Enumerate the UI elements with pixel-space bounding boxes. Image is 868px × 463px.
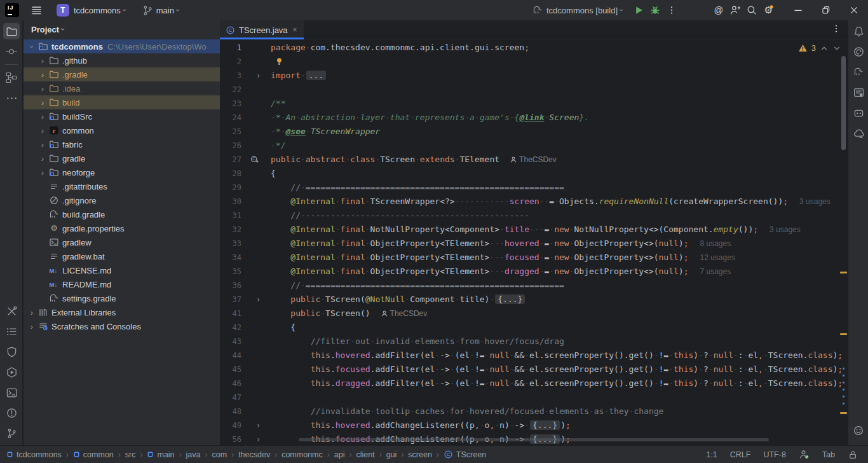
close-button[interactable] [840, 0, 868, 20]
folded-region[interactable]: {...} [530, 420, 560, 430]
breadcrumb-item-gui[interactable]: gui [386, 450, 397, 459]
tree-item-scratches-and-consoles[interactable]: ›Scratches and Consoles [24, 319, 220, 333]
tree-item-gradlew-bat[interactable]: gradlew.bat [24, 249, 220, 263]
breadcrumb-item-main[interactable]: main [147, 450, 174, 459]
fold-arrow-icon[interactable]: › [256, 293, 261, 307]
usages-hint[interactable]: 12 usages [700, 253, 735, 262]
breadcrumb-item-client[interactable]: client [356, 450, 374, 459]
changed-line-stripe-mark[interactable] [840, 412, 847, 414]
tree-item-tcdcommons[interactable]: ›tcdcommonsC:\Users\User\Desktop\Wo [24, 39, 220, 53]
code-view[interactable]: 1package·com.thecsdev.commonmc.api.clien… [220, 41, 848, 445]
search-everywhere-button[interactable] [743, 2, 760, 18]
usages-hint[interactable]: 7 usages [700, 267, 731, 276]
terminal-button[interactable] [0, 383, 23, 402]
intention-bulb-icon[interactable] [275, 57, 284, 66]
tree-item-license-md[interactable]: M↓LICENSE.md [24, 263, 220, 277]
project-folder-button[interactable] [0, 22, 23, 41]
folded-region[interactable]: ... [306, 71, 326, 80]
readonly-toggle-widget[interactable] [848, 450, 858, 460]
user-status-widget[interactable] [799, 449, 810, 460]
tree-chevron-icon[interactable]: › [38, 126, 47, 135]
folded-region[interactable]: {...} [495, 294, 525, 304]
tree-item--gradle[interactable]: ›.gradle [24, 67, 220, 81]
code-line-31[interactable]: 31 //·----------------------------------… [220, 209, 848, 223]
tree-chevron-icon[interactable]: › [38, 154, 47, 163]
git-branch-button[interactable] [0, 424, 23, 443]
code-line-37[interactable]: 37› public·TScreen(@NotNull·Component·ti… [220, 293, 848, 307]
code-line-49[interactable]: 49› this.hovered.addChangeListener((p,·o… [220, 418, 848, 432]
tab-close-icon[interactable]: × [293, 25, 297, 34]
tree-item-neoforge[interactable]: ›neoforge [24, 165, 220, 179]
debug-button[interactable] [647, 2, 663, 18]
settings-button[interactable]: ⚙ [760, 2, 776, 18]
code-line-26[interactable]: 26·*/ [220, 139, 848, 153]
line-separator-widget[interactable]: CRLF [730, 450, 751, 459]
breadcrumb-item-tscreen[interactable]: CTScreen [444, 450, 486, 459]
author-hint[interactable]: TheCSDev [510, 155, 557, 164]
fold-arrow-icon[interactable]: › [256, 432, 261, 445]
tree-chevron-icon[interactable]: › [38, 112, 47, 121]
tree-chevron-icon[interactable]: › [38, 98, 47, 107]
breadcrumb-item-api[interactable]: api [334, 450, 345, 459]
tree-item-buildsrc[interactable]: ›buildSrc [24, 109, 220, 123]
minimize-button[interactable] [784, 0, 812, 20]
breadcrumb-item-screen[interactable]: screen [408, 450, 432, 459]
file-encoding-widget[interactable]: UTF-8 [763, 450, 785, 459]
code-line-36[interactable]: 36 //·==================================… [220, 279, 848, 293]
breadcrumb-item-commonmc[interactable]: commonmc [281, 450, 323, 459]
usages-hint[interactable]: 3 usages [770, 225, 801, 234]
tree-item-gradle-properties[interactable]: ⚙gradle.properties [24, 221, 220, 235]
tree-chevron-icon[interactable]: › [38, 168, 47, 177]
shield-button[interactable] [0, 342, 23, 361]
tree-chevron-icon[interactable]: › [38, 84, 47, 93]
code-line-2[interactable]: 2 [220, 55, 848, 69]
code-line-22[interactable]: 22 [220, 83, 848, 97]
todo-list-button[interactable] [0, 322, 23, 341]
tree-item-fabric[interactable]: ›fabric [24, 137, 220, 151]
commit-button[interactable] [0, 42, 23, 61]
code-line-35[interactable]: 35 @Internal·final·ObjectProperty<TEleme… [220, 265, 848, 279]
code-line-24[interactable]: 24·*·An·abstraction·layer·that·represent… [220, 111, 848, 125]
code-line-30[interactable]: 30 @Internal·final·TScreenWrapper<?>····… [220, 195, 848, 209]
tree-item--gitignore[interactable]: .gitignore [24, 193, 220, 207]
tree-chevron-icon[interactable]: › [38, 70, 47, 79]
services-button[interactable] [0, 363, 23, 382]
tab-tscreen-java[interactable]: C TScreen.java × [220, 20, 304, 39]
ai-assistant-button[interactable] [848, 42, 868, 61]
vertical-scrollbar[interactable] [841, 56, 846, 150]
build-tools-button[interactable] [0, 301, 23, 321]
code-line-25[interactable]: 25·*·@see·TScreenWrapper [220, 125, 848, 139]
documentation-button[interactable] [848, 83, 868, 102]
restore-button[interactable] [812, 0, 840, 20]
tree-item--gitattributes[interactable]: .gitattributes [24, 179, 220, 193]
gradle-button[interactable] [848, 62, 868, 81]
notifications-bell-button[interactable] [848, 22, 868, 41]
code-line-44[interactable]: 44 this.hovered.addFilter(el·->·(el·!=·n… [220, 349, 848, 363]
structure-button[interactable] [0, 68, 23, 87]
code-line-42[interactable]: 42 { [220, 321, 848, 335]
run-button[interactable] [630, 2, 647, 18]
tree-item-gradlew[interactable]: gradlew [24, 235, 220, 249]
more-button[interactable] [0, 88, 23, 107]
tree-item-build-gradle[interactable]: build.gradle [24, 207, 220, 221]
breadcrumb-item-common[interactable]: common [73, 450, 114, 459]
horizontal-scrollbar[interactable] [299, 438, 769, 441]
code-line-27[interactable]: 27Cpublic·abstract·class·TScreen·extends… [220, 153, 848, 167]
breadcrumb-item-thecsdev[interactable]: thecsdev [238, 450, 270, 459]
code-line-48[interactable]: 48 //invalidate·tooltip·caches·for·hover… [220, 404, 848, 418]
tree-item-settings-gradle[interactable]: settings.gradle [24, 291, 220, 305]
changed-line-stripe-mark[interactable] [840, 272, 847, 273]
code-line-46[interactable]: 46 this.dragged.addFilter(el·->·(el·!=·n… [220, 377, 848, 390]
problems-button[interactable] [0, 403, 23, 422]
tree-chevron-icon[interactable]: › [27, 42, 37, 51]
tree-item-gradle[interactable]: ›gradle [24, 151, 220, 165]
project-panel-header[interactable]: Project › [24, 20, 220, 38]
project-widget[interactable]: T tcdcommons › [54, 2, 128, 18]
usages-hint[interactable]: 8 usages [700, 239, 731, 248]
vcs-branch-widget[interactable]: main › [140, 2, 182, 18]
code-with-me-button[interactable] [727, 2, 743, 18]
code-line-32[interactable]: 32 @Internal·final·NotNullProperty<Compo… [220, 223, 848, 237]
indent-style-widget[interactable]: Tab [822, 450, 835, 459]
smiley-button[interactable] [848, 421, 868, 440]
code-line-29[interactable]: 29 //·==================================… [220, 181, 848, 195]
